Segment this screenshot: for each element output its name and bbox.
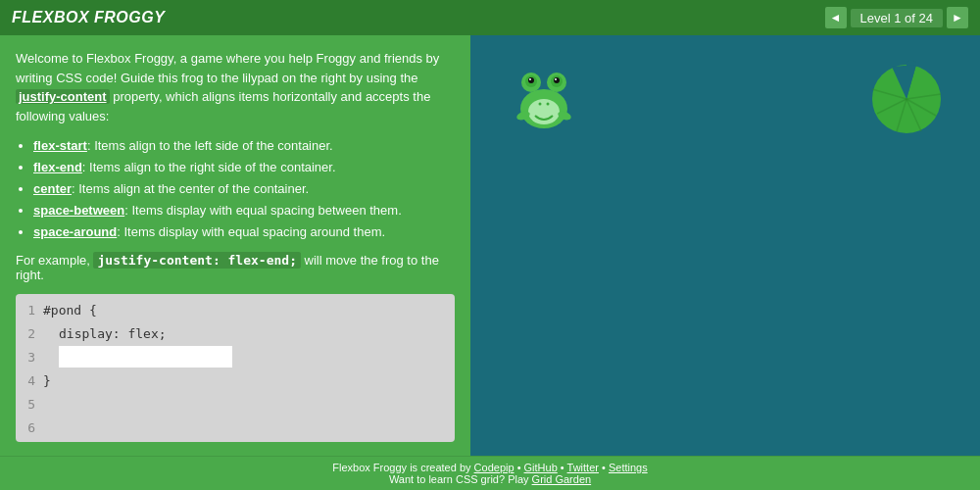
main-layout: Welcome to Flexbox Froggy, a game where … xyxy=(0,35,980,456)
svg-point-7 xyxy=(555,78,557,80)
svg-point-12 xyxy=(539,103,542,106)
svg-point-5 xyxy=(554,77,560,83)
list-item: center: Items align at the center of the… xyxy=(33,178,455,200)
svg-point-9 xyxy=(528,99,560,124)
settings-link[interactable]: Settings xyxy=(609,462,648,473)
svg-point-6 xyxy=(529,78,531,80)
description-intro: Welcome to Flexbox Froggy, a game where … xyxy=(16,51,439,85)
frog-container xyxy=(510,65,578,136)
code-line-4: 4 } xyxy=(16,368,455,392)
code-line-6: 6 xyxy=(16,416,455,439)
list-item: space-around: Items display with equal s… xyxy=(33,221,455,243)
svg-point-4 xyxy=(528,77,534,83)
property-highlight: justify-content xyxy=(16,89,110,104)
bullet-list: flex-start: Items align to the left side… xyxy=(33,135,455,243)
frog-icon xyxy=(510,65,578,133)
grid-garden-link[interactable]: Grid Garden xyxy=(532,473,592,485)
left-panel: Welcome to Flexbox Froggy, a game where … xyxy=(0,35,470,456)
svg-point-13 xyxy=(547,103,550,106)
pond-panel xyxy=(470,35,980,456)
code-line-3[interactable]: 3 xyxy=(16,345,455,368)
level-nav: ◄ Level 1 of 24 ► xyxy=(825,7,968,28)
list-item: flex-end: Items align to the right side … xyxy=(33,157,455,178)
footer: Flexbox Froggy is created by Codepip • G… xyxy=(0,456,980,490)
lilypad-container xyxy=(862,55,951,136)
github-link[interactable]: GitHub xyxy=(524,462,558,473)
code-line-7: 7 xyxy=(16,439,455,442)
code-lines: 1 #pond { 2 display: flex; 3 4 } 5 xyxy=(16,294,455,442)
footer-line2: Want to learn CSS grid? Play Grid Garden xyxy=(5,473,975,485)
example-text: For example, justify-content: flex-end; … xyxy=(16,253,455,282)
list-item: flex-start: Items align to the left side… xyxy=(33,135,455,157)
level-indicator: Level 1 of 24 xyxy=(851,9,943,27)
code-editor: 1 #pond { 2 display: flex; 3 4 } 5 xyxy=(16,294,455,442)
description-text: Welcome to Flexbox Froggy, a game where … xyxy=(16,49,455,125)
top-nav: FLEXBOX FROGGY ◄ Level 1 of 24 ► xyxy=(0,0,980,35)
code-line-1: 1 #pond { xyxy=(16,298,455,321)
codepip-link[interactable]: Codepip xyxy=(474,462,514,473)
lilypad-icon xyxy=(862,55,951,133)
app-title: FLEXBOX FROGGY xyxy=(12,9,165,26)
code-line-2: 2 display: flex; xyxy=(16,321,455,345)
next-level-button[interactable]: ► xyxy=(947,7,968,28)
prev-level-button[interactable]: ◄ xyxy=(825,7,847,28)
footer-line1: Flexbox Froggy is created by Codepip • G… xyxy=(5,462,975,473)
css-input[interactable] xyxy=(59,346,232,368)
twitter-link[interactable]: Twitter xyxy=(567,462,599,473)
code-line-5: 5 xyxy=(16,392,455,416)
list-item: space-between: Items display with equal … xyxy=(33,200,455,221)
